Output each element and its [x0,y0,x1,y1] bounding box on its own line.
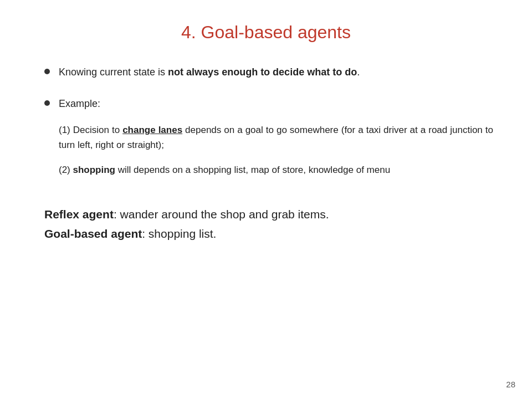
sub-item-1: (1) Decision to change lanes depends on … [59,122,493,152]
reflex-line-1: Reflex agent: wander around the shop and… [44,204,493,224]
sub2-before: (2) [59,165,73,175]
reflex-after: : wander around the shop and grab items. [114,208,329,221]
bullet2-label: Example: [59,98,100,109]
bullet-dot-1 [44,69,50,74]
reflex-section: Reflex agent: wander around the shop and… [44,204,493,244]
sub2-bold: shopping [73,165,115,175]
goal-based-bold: Goal-based agent [44,227,142,240]
page-number: 28 [506,380,515,389]
reflex-line-2: Goal-based agent: shopping list. [44,224,493,244]
slide-title: 4. Goal-based agents [39,22,493,43]
sub-content: (1) Decision to change lanes depends on … [59,122,493,178]
reflex-bold: Reflex agent [44,208,114,221]
slide: 4. Goal-based agents Knowing current sta… [0,0,532,399]
bullet-text-1: Knowing current state is not always enou… [59,65,360,80]
sub2-after: will depends on a shopping list, map of … [115,165,390,175]
bullet-dot-2 [44,100,50,106]
content-area: Knowing current state is not always enou… [39,65,493,244]
bullet1-text-bold: not always enough to decide what to do [168,66,357,78]
bullet-item-1: Knowing current state is not always enou… [44,65,493,80]
goal-based-after: : shopping list. [142,227,216,240]
bullet-text-2: Example: (1) Decision to change lanes de… [59,96,493,188]
sub-item-2: (2) shopping will depends on a shopping … [59,162,493,177]
bullet1-text-after: . [357,66,360,78]
bullet1-text-before: Knowing current state is [59,66,168,78]
sub1-before: (1) Decision to [59,125,122,135]
bullet-item-2: Example: (1) Decision to change lanes de… [44,96,493,188]
sub1-bold-underline: change lanes [122,125,182,135]
